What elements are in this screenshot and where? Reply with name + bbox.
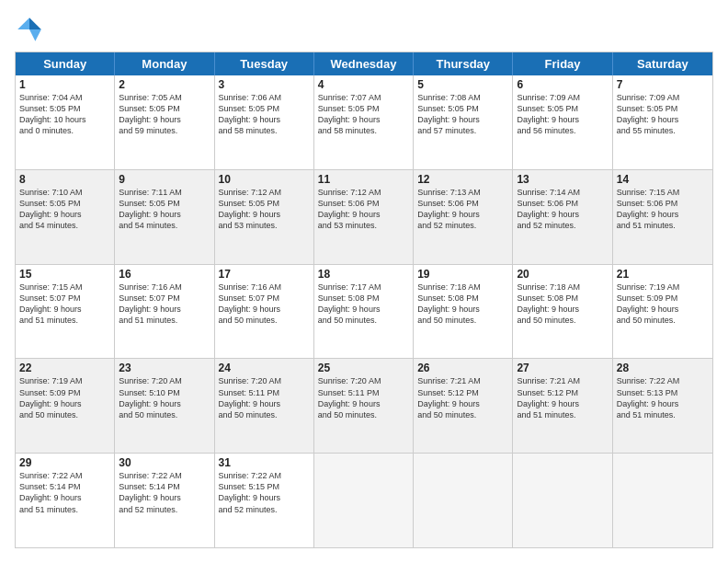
svg-marker-1 [29, 29, 41, 41]
day-info: Sunrise: 7:22 AM Sunset: 5:14 PM Dayligh… [19, 470, 110, 515]
day-info: Sunrise: 7:19 AM Sunset: 5:09 PM Dayligh… [617, 282, 709, 327]
day-number: 4 [318, 78, 409, 91]
day-number: 11 [318, 173, 409, 186]
logo-icon [15, 15, 44, 44]
day-info: Sunrise: 7:07 AM Sunset: 5:05 PM Dayligh… [318, 92, 409, 137]
day-number: 24 [219, 362, 310, 374]
day-number: 10 [219, 173, 310, 186]
day-info: Sunrise: 7:20 AM Sunset: 5:11 PM Dayligh… [219, 375, 310, 420]
day-info: Sunrise: 7:09 AM Sunset: 5:05 PM Dayligh… [517, 92, 608, 137]
page: SundayMondayTuesdayWednesdayThursdayFrid… [0, 0, 728, 563]
calendar-row-4: 29Sunrise: 7:22 AM Sunset: 5:14 PM Dayli… [16, 453, 712, 547]
header-day-sunday: Sunday [16, 52, 115, 75]
calendar-row-1: 8Sunrise: 7:10 AM Sunset: 5:05 PM Daylig… [16, 169, 712, 264]
day-number: 19 [417, 268, 508, 281]
calendar-cell: 26Sunrise: 7:21 AM Sunset: 5:12 PM Dayli… [414, 359, 513, 453]
header-day-friday: Friday [513, 52, 612, 75]
calendar-cell: 22Sunrise: 7:19 AM Sunset: 5:09 PM Dayli… [16, 359, 115, 453]
day-number: 2 [119, 78, 210, 91]
day-info: Sunrise: 7:11 AM Sunset: 5:05 PM Dayligh… [119, 187, 210, 232]
calendar-cell: 12Sunrise: 7:13 AM Sunset: 5:06 PM Dayli… [414, 170, 513, 264]
calendar-cell: 14Sunrise: 7:15 AM Sunset: 5:06 PM Dayli… [613, 170, 712, 264]
calendar-cell: 11Sunrise: 7:12 AM Sunset: 5:06 PM Dayli… [314, 170, 414, 264]
day-number: 3 [219, 78, 310, 91]
day-number: 21 [617, 268, 709, 281]
calendar-cell: 1Sunrise: 7:04 AM Sunset: 5:05 PM Daylig… [16, 75, 115, 169]
svg-marker-0 [29, 17, 41, 29]
calendar-cell: 6Sunrise: 7:09 AM Sunset: 5:05 PM Daylig… [513, 75, 612, 169]
calendar-cell: 27Sunrise: 7:21 AM Sunset: 5:12 PM Dayli… [513, 359, 612, 453]
day-info: Sunrise: 7:12 AM Sunset: 5:06 PM Dayligh… [318, 187, 409, 232]
calendar-cell: 29Sunrise: 7:22 AM Sunset: 5:14 PM Dayli… [16, 454, 115, 547]
day-number: 6 [517, 78, 608, 91]
calendar-cell: 19Sunrise: 7:18 AM Sunset: 5:08 PM Dayli… [414, 265, 513, 359]
calendar-cell: 16Sunrise: 7:16 AM Sunset: 5:07 PM Dayli… [115, 265, 214, 359]
calendar-cell: 28Sunrise: 7:22 AM Sunset: 5:13 PM Dayli… [613, 359, 712, 453]
day-number: 28 [617, 362, 709, 374]
day-info: Sunrise: 7:16 AM Sunset: 5:07 PM Dayligh… [219, 282, 310, 327]
day-number: 18 [318, 268, 409, 281]
day-number: 27 [517, 362, 608, 374]
calendar-cell: 30Sunrise: 7:22 AM Sunset: 5:14 PM Dayli… [115, 454, 214, 547]
svg-marker-2 [17, 17, 29, 29]
day-info: Sunrise: 7:22 AM Sunset: 5:15 PM Dayligh… [219, 470, 310, 515]
calendar-cell: 21Sunrise: 7:19 AM Sunset: 5:09 PM Dayli… [613, 265, 712, 359]
calendar-cell: 3Sunrise: 7:06 AM Sunset: 5:05 PM Daylig… [215, 75, 314, 169]
day-number: 8 [19, 173, 110, 186]
day-number: 1 [19, 78, 110, 91]
calendar-cell: 18Sunrise: 7:17 AM Sunset: 5:08 PM Dayli… [314, 265, 414, 359]
calendar-cell [513, 454, 612, 547]
calendar-row-3: 22Sunrise: 7:19 AM Sunset: 5:09 PM Dayli… [16, 358, 712, 453]
calendar-cell: 10Sunrise: 7:12 AM Sunset: 5:05 PM Dayli… [215, 170, 314, 264]
calendar-body: 1Sunrise: 7:04 AM Sunset: 5:05 PM Daylig… [16, 75, 712, 547]
day-info: Sunrise: 7:15 AM Sunset: 5:06 PM Dayligh… [617, 187, 709, 232]
day-info: Sunrise: 7:21 AM Sunset: 5:12 PM Dayligh… [517, 375, 608, 420]
calendar-cell: 7Sunrise: 7:09 AM Sunset: 5:05 PM Daylig… [613, 75, 712, 169]
day-number: 17 [219, 268, 310, 281]
day-number: 12 [417, 173, 508, 186]
calendar-cell: 8Sunrise: 7:10 AM Sunset: 5:05 PM Daylig… [16, 170, 115, 264]
calendar-cell: 2Sunrise: 7:05 AM Sunset: 5:05 PM Daylig… [115, 75, 214, 169]
day-info: Sunrise: 7:12 AM Sunset: 5:05 PM Dayligh… [219, 187, 310, 232]
calendar-cell: 31Sunrise: 7:22 AM Sunset: 5:15 PM Dayli… [215, 454, 314, 547]
day-number: 9 [119, 173, 210, 186]
day-number: 31 [219, 456, 310, 469]
header-day-thursday: Thursday [414, 52, 513, 75]
header-day-saturday: Saturday [613, 52, 712, 75]
day-info: Sunrise: 7:04 AM Sunset: 5:05 PM Dayligh… [19, 92, 110, 137]
day-info: Sunrise: 7:18 AM Sunset: 5:08 PM Dayligh… [517, 282, 608, 327]
logo [15, 15, 48, 44]
day-info: Sunrise: 7:21 AM Sunset: 5:12 PM Dayligh… [417, 375, 508, 420]
day-number: 7 [617, 78, 709, 91]
day-number: 22 [19, 362, 110, 374]
calendar-cell: 5Sunrise: 7:08 AM Sunset: 5:05 PM Daylig… [414, 75, 513, 169]
day-number: 14 [617, 173, 709, 186]
day-info: Sunrise: 7:17 AM Sunset: 5:08 PM Dayligh… [318, 282, 409, 327]
calendar-cell: 9Sunrise: 7:11 AM Sunset: 5:05 PM Daylig… [115, 170, 214, 264]
day-number: 29 [19, 456, 110, 469]
calendar-cell [414, 454, 513, 547]
header-day-wednesday: Wednesday [314, 52, 414, 75]
calendar: SundayMondayTuesdayWednesdayThursdayFrid… [15, 52, 713, 548]
day-info: Sunrise: 7:19 AM Sunset: 5:09 PM Dayligh… [19, 375, 110, 420]
header [15, 15, 713, 44]
calendar-cell: 13Sunrise: 7:14 AM Sunset: 5:06 PM Dayli… [513, 170, 612, 264]
header-day-monday: Monday [115, 52, 214, 75]
day-info: Sunrise: 7:14 AM Sunset: 5:06 PM Dayligh… [517, 187, 608, 232]
day-number: 5 [417, 78, 508, 91]
calendar-cell [613, 454, 712, 547]
day-info: Sunrise: 7:22 AM Sunset: 5:13 PM Dayligh… [617, 375, 709, 420]
calendar-cell [314, 454, 414, 547]
day-info: Sunrise: 7:13 AM Sunset: 5:06 PM Dayligh… [417, 187, 508, 232]
day-info: Sunrise: 7:16 AM Sunset: 5:07 PM Dayligh… [119, 282, 210, 327]
day-number: 20 [517, 268, 608, 281]
calendar-cell: 25Sunrise: 7:20 AM Sunset: 5:11 PM Dayli… [314, 359, 414, 453]
calendar-row-2: 15Sunrise: 7:15 AM Sunset: 5:07 PM Dayli… [16, 264, 712, 359]
day-number: 30 [119, 456, 210, 469]
calendar-cell: 17Sunrise: 7:16 AM Sunset: 5:07 PM Dayli… [215, 265, 314, 359]
day-number: 26 [417, 362, 508, 374]
calendar-header: SundayMondayTuesdayWednesdayThursdayFrid… [16, 52, 712, 75]
day-info: Sunrise: 7:08 AM Sunset: 5:05 PM Dayligh… [417, 92, 508, 137]
day-info: Sunrise: 7:09 AM Sunset: 5:05 PM Dayligh… [617, 92, 709, 137]
calendar-cell: 4Sunrise: 7:07 AM Sunset: 5:05 PM Daylig… [314, 75, 414, 169]
